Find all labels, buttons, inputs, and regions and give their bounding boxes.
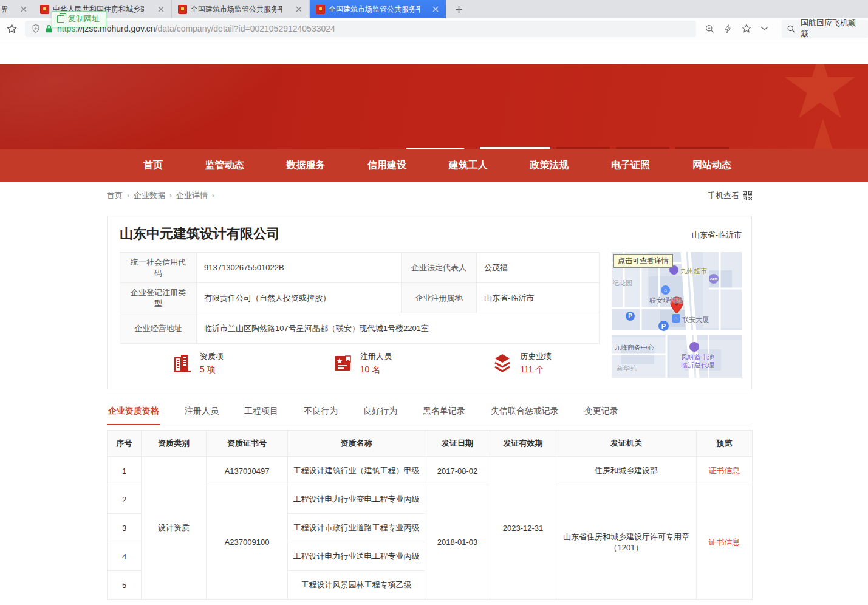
close-icon[interactable] <box>295 5 303 13</box>
favorite-star-icon[interactable] <box>741 23 752 34</box>
nav-item-workers[interactable]: 建筑工人 <box>445 157 491 174</box>
stat-text: 注册人员 10 名 <box>360 351 392 375</box>
stat-qualifications[interactable]: 资质项 5 项 <box>120 351 279 375</box>
stat-registered-personnel[interactable]: 注册人员 10 名 <box>279 351 439 375</box>
site-emblem-favicon <box>40 5 49 14</box>
bookmark-star-icon[interactable] <box>6 23 18 35</box>
breadcrumb-company-data[interactable]: 企业数据 <box>134 190 165 201</box>
col-cert-no: 资质证书号 <box>207 431 288 457</box>
breadcrumb-home[interactable]: 首页 <box>107 190 123 201</box>
tab-label: 全国建筑市场监管公共服务平台 <box>191 4 282 15</box>
nav-item-policy[interactable]: 政策法规 <box>527 157 573 174</box>
parking-icon: P <box>626 312 635 321</box>
table-row: 企业登记注册类型 有限责任公司（自然人投资或控股） 企业注册属地 山东省-临沂市 <box>120 283 600 313</box>
browser-tab-0[interactable]: 界 <box>0 0 34 18</box>
seq-cell: 5 <box>108 571 142 600</box>
legal-rep-value: 公茂福 <box>477 253 600 283</box>
tab-blacklist[interactable]: 黑名单记录 <box>422 402 466 425</box>
table-row: 企业经营地址 临沂市兰山区陶然路107号星河晶都（联安）现代城1号楼2201室 <box>120 313 600 344</box>
nav-item-supervision[interactable]: 监管动态 <box>202 157 248 174</box>
battery-pin-icon <box>689 342 699 352</box>
tab-label: 界 <box>1 4 9 15</box>
nav-item-license[interactable]: 电子证照 <box>607 157 654 174</box>
tab-registered-personnel[interactable]: 注册人员 <box>183 402 220 425</box>
qual-name-cell: 工程设计建筑行业（建筑工程）甲级 <box>288 457 425 485</box>
header-decoration <box>0 64 364 149</box>
star-decoration <box>777 118 868 149</box>
col-validity: 发证有效期 <box>490 431 556 457</box>
stat-past-performance[interactable]: 历史业绩 111 个 <box>439 351 599 375</box>
col-name: 资质名称 <box>288 431 425 457</box>
company-location-map[interactable]: 点击可查看详情 九州超市 ATM 纪花园 ⌂ 联安现代城 ⌂ 联安大厦 P P … <box>612 252 742 378</box>
map-label-battery-2: 临沂总代理 <box>681 361 714 370</box>
map-label-supermarket: 九州超市 <box>680 267 707 276</box>
seq-cell: 4 <box>108 542 142 571</box>
close-icon[interactable] <box>157 5 165 13</box>
atm-pin-icon: ATM <box>709 274 719 284</box>
tab-label: 全国建筑市场监管公共服务平台 <box>329 4 420 15</box>
new-tab-button[interactable] <box>451 1 466 17</box>
validity-cell: 2023-12-31 <box>490 457 556 600</box>
site-header: 中华人民共和国住房和城乡建设部www.mohurd.gov.cn 全国建筑市场监… <box>0 64 868 149</box>
certificate-info-link[interactable]: 证书信息 <box>709 466 740 475</box>
nav-item-credit[interactable]: 信用建设 <box>364 157 410 174</box>
issue-date-cell: 2017-08-02 <box>425 457 490 485</box>
authority-cell: 住房和城乡建设部 <box>556 457 697 485</box>
issue-date-cell: 2018-01-03 <box>425 485 490 600</box>
tab-dishonesty-records[interactable]: 失信联合惩戒记录 <box>490 402 560 425</box>
browser-hot-search-box[interactable]: 国航回应飞机颠簸 <box>782 20 868 38</box>
qual-name-cell: 工程设计市政行业道路工程专业丙级 <box>288 514 425 542</box>
map-label-business-center: 九峰商务中心 <box>614 343 654 352</box>
hot-search-text: 国航回应飞机颠簸 <box>801 18 863 39</box>
close-icon[interactable] <box>431 5 440 13</box>
search-icon <box>787 24 796 33</box>
map-tooltip: 点击可查看详情 <box>613 254 673 268</box>
col-preview: 预览 <box>697 431 753 457</box>
stat-value: 10 名 <box>360 364 392 375</box>
breadcrumb-separator: › <box>169 191 172 200</box>
nav-item-data-service[interactable]: 数据服务 <box>282 157 329 174</box>
parking-icon: P <box>658 321 669 331</box>
authority-line-1: 山东省住房和城乡建设厅许可专用章 <box>561 532 691 542</box>
preview-cell: 证书信息 <box>697 485 753 600</box>
copy-url-tooltip: 复制网址 <box>52 11 106 27</box>
zoom-out-icon[interactable] <box>705 24 715 34</box>
lightning-icon[interactable] <box>723 24 733 34</box>
col-issue-date: 发证日期 <box>425 431 490 457</box>
mobile-view-button[interactable]: 手机查看 <box>708 190 752 201</box>
chevron-down-icon[interactable] <box>760 26 768 31</box>
seq-cell: 1 <box>108 457 142 485</box>
nav-item-news[interactable]: 网站动态 <box>689 157 735 174</box>
table-row: 1 设计资质 A137030497 工程设计建筑行业（建筑工程）甲级 2017-… <box>108 457 753 485</box>
tab-qualifications[interactable]: 企业资质资格 <box>107 402 160 425</box>
tab-bad-behavior[interactable]: 不良行为 <box>302 402 339 425</box>
close-icon[interactable] <box>19 5 28 13</box>
breadcrumb: 首页 › 企业数据 › 企业详情 › 手机查看 <box>107 190 752 201</box>
url-input[interactable]: https://jzsc.mohurd.gov.cn/data/company/… <box>25 21 696 37</box>
breadcrumb-company-detail[interactable]: 企业详情 <box>176 190 208 201</box>
tab-good-behavior[interactable]: 良好行为 <box>362 402 398 425</box>
nav-item-home[interactable]: 首页 <box>140 157 166 174</box>
qual-name-cell: 工程设计风景园林工程专项乙级 <box>288 571 425 600</box>
stat-label: 资质项 <box>200 351 224 362</box>
qual-name-cell: 工程设计电力行业变电工程专业丙级 <box>288 485 425 514</box>
tab-projects[interactable]: 工程项目 <box>243 402 279 425</box>
mobile-view-label: 手机查看 <box>708 190 739 201</box>
browser-tab-active[interactable]: 全国建筑市场监管公共服务平台 <box>310 0 446 18</box>
shield-plus-icon[interactable] <box>31 24 41 33</box>
browser-tab-2[interactable]: 全国建筑市场监管公共服务平台 <box>172 0 310 18</box>
browser-address-bar: https://jzsc.mohurd.gov.cn/data/company/… <box>0 18 868 39</box>
reg-place-label: 企业注册属地 <box>402 283 477 313</box>
star-decoration <box>784 64 856 125</box>
certificate-info-link[interactable]: 证书信息 <box>709 538 740 547</box>
page: 界 中华人民共和国住房和城乡建设 全国建筑市场监管公共服务平台 全国建筑市场监管… <box>0 0 868 605</box>
category-cell: 设计资质 <box>142 457 207 600</box>
legal-rep-label: 企业法定代表人 <box>402 253 477 283</box>
company-stats: 资质项 5 项 注册人员 10 名 <box>120 351 599 375</box>
map-label-lianan-city: 联安现代城 <box>649 296 683 305</box>
stat-label: 历史业绩 <box>520 351 552 362</box>
company-region: 山东省-临沂市 <box>692 230 742 241</box>
tab-change-records[interactable]: 变更记录 <box>583 402 620 425</box>
main-navigation: 首页 监管动态 数据服务 信用建设 建筑工人 政策法规 电子证照 网站动态 <box>0 149 868 182</box>
building-pin-icon: ⌂ <box>661 285 670 295</box>
